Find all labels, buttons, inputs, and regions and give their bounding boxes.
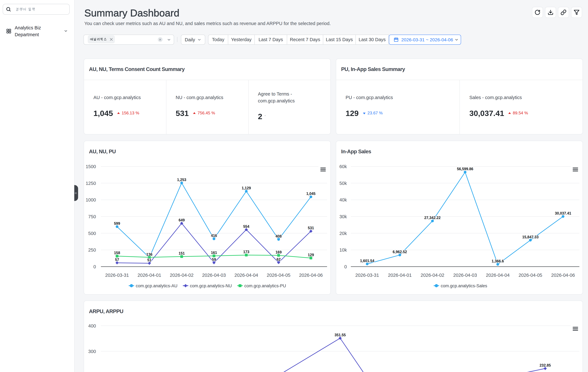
svg-text:10k: 10k xyxy=(339,247,347,252)
svg-text:2026-03-31: 2026-03-31 xyxy=(105,273,129,278)
svg-text:136: 136 xyxy=(146,252,152,257)
svg-text:2026-04-03: 2026-04-03 xyxy=(453,273,477,278)
svg-text:554: 554 xyxy=(243,224,250,229)
svg-text:com.gcp.analytics-PU: com.gcp.analytics-PU xyxy=(244,283,286,288)
svg-text:408: 408 xyxy=(275,234,282,238)
svg-text:1,601.54: 1,601.54 xyxy=(360,259,374,263)
svg-text:2026-04-01: 2026-04-01 xyxy=(388,273,411,278)
svg-text:649: 649 xyxy=(178,218,185,222)
svg-text:2026-04-06: 2026-04-06 xyxy=(551,273,575,278)
svg-text:30k: 30k xyxy=(339,214,347,219)
svg-text:1,366.6: 1,366.6 xyxy=(492,259,504,263)
svg-text:15,847.33: 15,847.33 xyxy=(522,235,538,239)
svg-text:416: 416 xyxy=(211,233,217,238)
svg-text:250: 250 xyxy=(88,247,96,252)
svg-text:1250: 1250 xyxy=(86,181,96,186)
svg-text:1,253: 1,253 xyxy=(177,178,186,182)
svg-text:2026-04-03: 2026-04-03 xyxy=(202,273,226,278)
svg-text:2026-04-02: 2026-04-02 xyxy=(170,273,193,278)
svg-text:2026-04-05: 2026-04-05 xyxy=(519,273,542,278)
svg-text:300: 300 xyxy=(88,349,96,354)
svg-text:158: 158 xyxy=(114,251,120,255)
svg-text:599: 599 xyxy=(114,221,120,226)
svg-text:com.gcp.analytics-Sales: com.gcp.analytics-Sales xyxy=(441,283,487,288)
svg-text:1,129: 1,129 xyxy=(242,186,251,190)
svg-text:50k: 50k xyxy=(339,181,347,186)
svg-text:59: 59 xyxy=(212,257,216,261)
svg-text:173: 173 xyxy=(243,250,249,254)
svg-text:1500: 1500 xyxy=(86,164,96,169)
svg-text:2026-03-31: 2026-03-31 xyxy=(355,273,379,278)
svg-text:2026-04-06: 2026-04-06 xyxy=(299,273,323,278)
svg-text:com.gcp.analytics-AU: com.gcp.analytics-AU xyxy=(136,283,178,288)
svg-text:232.85: 232.85 xyxy=(540,363,551,367)
svg-text:169: 169 xyxy=(275,250,282,254)
svg-text:750: 750 xyxy=(88,214,96,219)
svg-text:1,045: 1,045 xyxy=(306,191,315,196)
svg-text:1000: 1000 xyxy=(86,197,96,202)
svg-text:2026-04-04: 2026-04-04 xyxy=(486,273,510,278)
svg-text:2026-04-01: 2026-04-01 xyxy=(137,273,161,278)
svg-text:500: 500 xyxy=(88,231,96,236)
svg-text:com.gcp.analytics-NU: com.gcp.analytics-NU xyxy=(190,283,232,288)
svg-text:6,962.52: 6,962.52 xyxy=(393,250,407,254)
svg-text:27,342.22: 27,342.22 xyxy=(424,216,441,220)
svg-text:0: 0 xyxy=(94,264,96,269)
svg-text:400: 400 xyxy=(88,323,96,328)
svg-text:51: 51 xyxy=(147,258,152,262)
svg-text:57: 57 xyxy=(115,258,119,262)
svg-text:2026-04-05: 2026-04-05 xyxy=(267,273,290,278)
svg-text:20k: 20k xyxy=(339,231,347,236)
svg-text:56,599.86: 56,599.86 xyxy=(457,167,473,171)
svg-text:2026-04-02: 2026-04-02 xyxy=(421,273,444,278)
svg-text:60k: 60k xyxy=(339,164,347,169)
svg-text:351.55: 351.55 xyxy=(335,333,346,337)
svg-text:62: 62 xyxy=(277,257,281,261)
svg-text:151: 151 xyxy=(178,251,185,255)
svg-text:2026-04-04: 2026-04-04 xyxy=(234,273,258,278)
svg-text:30,037.41: 30,037.41 xyxy=(555,211,571,215)
svg-text:161: 161 xyxy=(211,251,217,255)
svg-text:40k: 40k xyxy=(339,197,347,202)
svg-text:0: 0 xyxy=(344,264,347,269)
svg-text:129: 129 xyxy=(308,253,314,257)
svg-text:531: 531 xyxy=(308,226,314,230)
